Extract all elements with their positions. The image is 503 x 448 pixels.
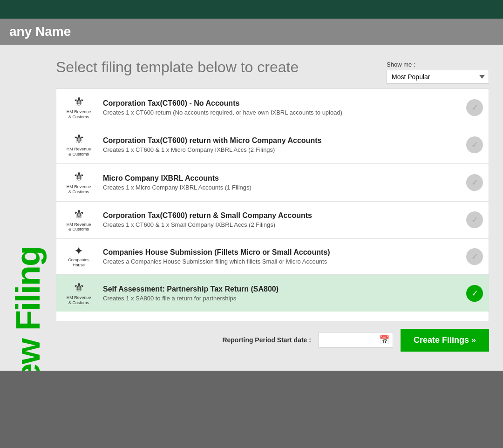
filing-check-icon: ✓	[466, 285, 483, 302]
filing-name: Micro Company IXBRL Accounts	[103, 174, 462, 183]
hmrc-crest-icon: ⚜	[73, 133, 85, 146]
filing-logo: ⚜ HM Revenue& Customs	[62, 281, 95, 305]
filing-logo: ⚜ HM Revenue& Customs	[62, 208, 95, 232]
filing-info: Self Assessment: Partnership Tax Return …	[103, 285, 462, 302]
reporting-period-label: Reporting Period Start date :	[222, 336, 311, 344]
create-filings-button[interactable]: Create Filings »	[401, 329, 489, 352]
filing-item[interactable]: ⚜ HM Revenue& Customs Self Assessment: P…	[56, 275, 489, 312]
filing-item[interactable]: ✦ CompaniesHouse Companies House Submiss…	[56, 239, 489, 275]
filing-item[interactable]: ⚜ HM Revenue& Customs Corporation Tax(CT…	[56, 126, 489, 164]
header-area: any Name	[0, 19, 503, 45]
filing-item[interactable]: ⚜ HM Revenue& Customs Corporation Tax(CT…	[56, 202, 489, 239]
hmrc-crest-icon: ⚜	[73, 208, 85, 221]
hmrc-label: HM Revenue& Customs	[67, 222, 91, 232]
sidebar-label: New Filing	[11, 247, 45, 371]
filing-info: Micro Company IXBRL Accounts Creates 1 x…	[103, 174, 462, 191]
filing-name: Self Assessment: Partnership Tax Return …	[103, 285, 462, 293]
bottom-bar: Reporting Period Start date : 📅 Create F…	[56, 321, 503, 359]
show-me-section: Show me : Most Popular All HMRC Companie…	[387, 61, 489, 84]
show-me-select[interactable]: Most Popular All HMRC Companies House	[387, 70, 489, 84]
ch-label: CompaniesHouse	[68, 258, 89, 268]
date-input[interactable]	[319, 332, 393, 348]
filing-logo: ✦ CompaniesHouse	[62, 245, 95, 268]
show-me-label: Show me :	[387, 61, 415, 68]
filing-list: ⚜ HM Revenue& Customs Corporation Tax(CT…	[56, 88, 489, 321]
filing-description: Creates a Companies House Submission fil…	[103, 258, 462, 265]
hmrc-crest-icon: ⚜	[73, 281, 85, 294]
page-layout: any Name ◯ New Filing Select filing temp…	[0, 0, 503, 448]
filing-logo: ⚜ HM Revenue& Customs	[62, 95, 95, 120]
filing-name: Corporation Tax(CT600) return with Micro…	[103, 136, 462, 145]
filing-info: Corporation Tax(CT600) - No Accounts Cre…	[103, 99, 462, 116]
top-bar	[0, 0, 503, 19]
gray-bottom	[0, 371, 503, 448]
content-row: ◯ New Filing Select filing template belo…	[0, 45, 503, 371]
hmrc-label: HM Revenue& Customs	[67, 147, 91, 157]
sidebar: New Filing	[0, 45, 56, 371]
filing-description: Creates 1 x CT600 return (No accounts re…	[103, 109, 462, 116]
hmrc-label: HM Revenue& Customs	[67, 295, 91, 305]
hmrc-crest-icon: ⚜	[73, 170, 85, 183]
ch-logo: ✦ CompaniesHouse	[68, 245, 89, 268]
filing-logo: ⚜ HM Revenue& Customs	[62, 133, 95, 157]
filing-check-icon: ✓	[466, 248, 483, 265]
filing-info: Corporation Tax(CT600) return & Small Co…	[103, 211, 462, 228]
filing-info: Corporation Tax(CT600) return with Micro…	[103, 136, 462, 153]
filing-check-icon: ✓	[466, 174, 483, 191]
date-input-wrapper: 📅	[319, 332, 393, 348]
hmrc-label: HM Revenue& Customs	[67, 184, 91, 195]
filing-item[interactable]: ⚜ HM Revenue& Customs Corporation Tax(CT…	[56, 89, 489, 127]
filing-name: Corporation Tax(CT600) return & Small Co…	[103, 211, 462, 220]
hmrc-label: HM Revenue& Customs	[67, 109, 91, 120]
hmrc-logo: ⚜ HM Revenue& Customs	[67, 133, 91, 157]
filing-check-icon: ✓	[466, 211, 483, 228]
filing-item[interactable]: ⚜ HM Revenue& Customs Micro Company IXBR…	[56, 164, 489, 202]
filing-check-icon: ✓	[466, 136, 483, 153]
filing-check-icon: ✓	[466, 99, 483, 116]
hmrc-logo: ⚜ HM Revenue& Customs	[67, 170, 91, 195]
right-panel: Select filing template below to create S…	[56, 45, 503, 371]
filing-description: Creates 1 x CT600 & 1 x Small Company IX…	[103, 221, 462, 228]
filing-logo: ⚜ HM Revenue& Customs	[62, 170, 95, 195]
filing-description: Creates 1 x SA800 to file a return for p…	[103, 295, 462, 302]
hmrc-logo: ⚜ HM Revenue& Customs	[67, 281, 91, 305]
filing-name: Corporation Tax(CT600) - No Accounts	[103, 99, 462, 108]
filing-description: Creates 1 x CT600 & 1 x Micro Company IX…	[103, 146, 462, 153]
filing-name: Companies House Submission (Fillets Micr…	[103, 248, 462, 257]
hmrc-logo: ⚜ HM Revenue& Customs	[67, 95, 91, 120]
panel-header: Select filing template below to create S…	[56, 49, 503, 88]
company-name: any Name	[9, 24, 71, 39]
filing-description: Creates 1 x Micro Company IXBRL Accounts…	[103, 184, 462, 191]
ch-crest-icon: ✦	[74, 245, 83, 257]
hmrc-crest-icon: ⚜	[73, 95, 85, 109]
hmrc-logo: ⚜ HM Revenue& Customs	[67, 208, 91, 232]
panel-title: Select filing template below to create	[56, 59, 299, 76]
filing-info: Companies House Submission (Fillets Micr…	[103, 248, 462, 265]
